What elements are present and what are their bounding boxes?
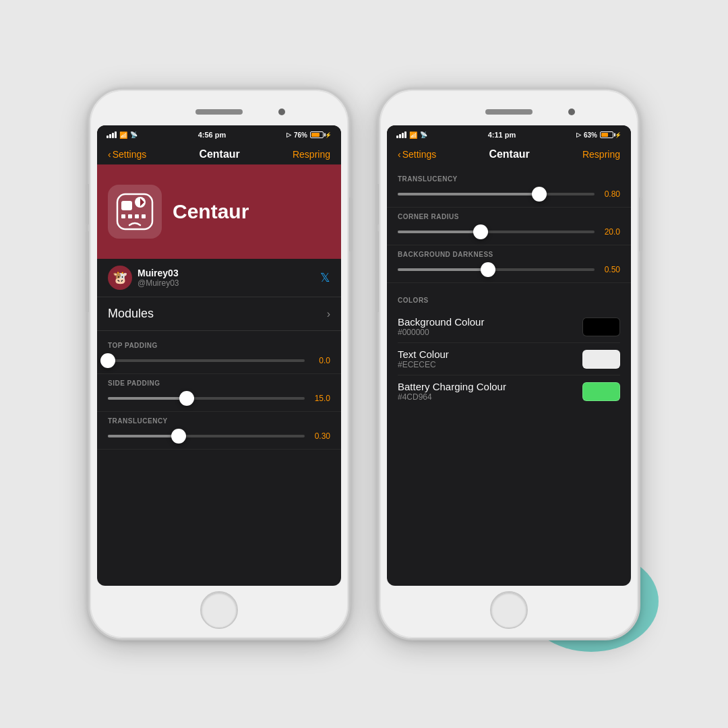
battery-1: ⚡ xyxy=(310,131,332,138)
home-button-2[interactable] xyxy=(490,591,528,629)
signal-bar xyxy=(404,131,406,138)
signal-bar xyxy=(115,131,117,138)
back-label-1[interactable]: Settings xyxy=(113,149,147,160)
color-row-background[interactable]: Background Colour #000000 xyxy=(398,311,620,343)
slider-top-padding: TOP PADDING 0.0 xyxy=(97,336,341,374)
slider-fill-translucency-1 xyxy=(108,435,179,437)
speaker-2 xyxy=(485,109,533,115)
signal-bar xyxy=(399,134,401,138)
battery-fill-1 xyxy=(311,133,320,137)
color-info-text: Text Colour #ECECEC xyxy=(398,348,449,369)
author-row: 🐮 Muirey03 @Muirey03 𝕏 xyxy=(97,259,341,297)
home-button-1[interactable] xyxy=(200,591,238,629)
slider-value-corner-radius: 20.0 xyxy=(600,227,620,237)
modules-chevron: › xyxy=(327,308,330,320)
slider-track-bg-darkness[interactable] xyxy=(398,268,595,271)
app-icon-svg xyxy=(115,191,155,232)
location-arrow-1: ▷ xyxy=(286,131,291,138)
slider-track-translucency-1[interactable] xyxy=(108,435,305,437)
color-swatch-battery[interactable] xyxy=(582,382,620,401)
signal-bar xyxy=(107,135,109,138)
color-swatch-background[interactable] xyxy=(582,317,620,336)
location-arrow-2: ▷ xyxy=(576,131,581,138)
svg-rect-1 xyxy=(121,201,132,210)
slider-fill-bg-darkness xyxy=(398,268,488,271)
svg-rect-3 xyxy=(121,214,125,218)
slider-thumb-side-padding[interactable] xyxy=(179,391,194,406)
slider-track-corner-radius[interactable] xyxy=(398,231,595,233)
app-banner: Centaur xyxy=(97,164,341,259)
slider-thumb-bg-darkness[interactable] xyxy=(481,262,495,277)
status-right-1: ▷ 76% ⚡ xyxy=(286,131,332,139)
signal-bar xyxy=(109,134,111,138)
battery-percent-1: 76% xyxy=(294,131,307,139)
slider-track-translucency-2[interactable] xyxy=(398,193,595,195)
slider-track-top-padding[interactable] xyxy=(108,359,305,362)
slider-row-translucency-2: 0.80 xyxy=(398,189,620,199)
phone-2: 📶 📡 4:11 pm ▷ 63% ⚡ ‹ Settings C xyxy=(377,88,640,640)
slider-track-side-padding[interactable] xyxy=(108,397,305,400)
slider-value-translucency-1: 0.30 xyxy=(310,431,330,441)
status-left-1: 📶 📡 xyxy=(107,131,138,139)
author-info: 🐮 Muirey03 @Muirey03 xyxy=(108,266,179,290)
colors-section: COLORS Background Colour #000000 Text Co… xyxy=(387,289,631,415)
status-time-2: 4:11 pm xyxy=(488,131,516,139)
battery-2: ⚡ xyxy=(600,131,621,138)
screen-1: 📶 📡 4:56 pm ▷ 76% ⚡ ‹ Settings C xyxy=(97,125,341,586)
slider-label-translucency-1: TRANSLUCENCY xyxy=(108,417,330,425)
status-bar-2: 📶 📡 4:11 pm ▷ 63% ⚡ xyxy=(387,125,631,144)
color-name-background: Background Colour xyxy=(398,316,484,328)
slider-row-corner-radius: 20.0 xyxy=(398,227,620,237)
app-icon xyxy=(108,185,162,239)
battery-percent-2: 63% xyxy=(584,131,597,139)
slider-thumb-translucency-2[interactable] xyxy=(532,187,547,202)
svg-rect-4 xyxy=(128,214,132,218)
phone-top-2 xyxy=(389,102,629,121)
bolt-icon-1: ⚡ xyxy=(325,132,332,138)
battery-icon-1 xyxy=(310,131,324,138)
color-name-battery: Battery Charging Colour xyxy=(398,381,506,392)
location-icon-1: 📡 xyxy=(130,131,138,138)
status-right-2: ▷ 63% ⚡ xyxy=(576,131,621,139)
svg-rect-6 xyxy=(142,214,146,218)
signal-bar xyxy=(112,133,114,138)
signal-bars-2 xyxy=(396,131,406,138)
color-swatch-text[interactable] xyxy=(582,350,620,369)
status-time-1: 4:56 pm xyxy=(198,131,226,139)
slider-side-padding: SIDE PADDING 15.0 xyxy=(97,374,341,412)
slider-corner-radius: CORNER RADIUS 20.0 xyxy=(387,208,631,245)
slider-fill-translucency-2 xyxy=(398,193,539,195)
color-name-text: Text Colour xyxy=(398,348,449,360)
slider-thumb-translucency-1[interactable] xyxy=(171,429,186,444)
nav-bar-1: ‹ Settings Centaur Respring xyxy=(97,144,341,164)
back-button-1[interactable]: ‹ Settings xyxy=(108,149,146,160)
colors-header: COLORS xyxy=(398,297,620,304)
back-label-2[interactable]: Settings xyxy=(402,149,437,160)
respring-button-1[interactable]: Respring xyxy=(293,149,330,160)
author-avatar: 🐮 xyxy=(108,266,132,290)
slider-label-bg-darkness: BACKGROUND DARKNESS xyxy=(398,251,620,258)
slider-thumb-corner-radius[interactable] xyxy=(473,224,488,239)
twitter-icon[interactable]: 𝕏 xyxy=(320,270,330,285)
screen-2: 📶 📡 4:11 pm ▷ 63% ⚡ ‹ Settings C xyxy=(387,125,631,586)
status-left-2: 📶 📡 xyxy=(396,131,427,139)
modules-row[interactable]: Modules › xyxy=(97,297,341,331)
slider-value-side-padding: 15.0 xyxy=(310,394,330,403)
camera-1 xyxy=(278,109,285,115)
modules-label: Modules xyxy=(108,307,154,321)
slider-label-side-padding: SIDE PADDING xyxy=(108,380,330,387)
color-row-text[interactable]: Text Colour #ECECEC xyxy=(398,343,620,375)
color-hex-text: #ECECEC xyxy=(398,360,449,369)
slider-thumb-top-padding[interactable] xyxy=(100,353,115,368)
slider-value-translucency-2: 0.80 xyxy=(600,189,620,199)
svg-rect-5 xyxy=(135,214,139,218)
respring-button-2[interactable]: Respring xyxy=(582,149,620,160)
author-name: Muirey03 xyxy=(138,268,179,278)
slider-row-translucency-1: 0.30 xyxy=(108,431,330,441)
slider-value-top-padding: 0.0 xyxy=(310,356,330,365)
back-button-2[interactable]: ‹ Settings xyxy=(398,149,436,160)
color-row-battery[interactable]: Battery Charging Colour #4CD964 xyxy=(398,375,620,407)
author-handle: @Muirey03 xyxy=(138,278,179,288)
slider-label-translucency-2: TRANSLUCENCY xyxy=(398,175,620,183)
back-chevron-1: ‹ xyxy=(108,149,111,160)
